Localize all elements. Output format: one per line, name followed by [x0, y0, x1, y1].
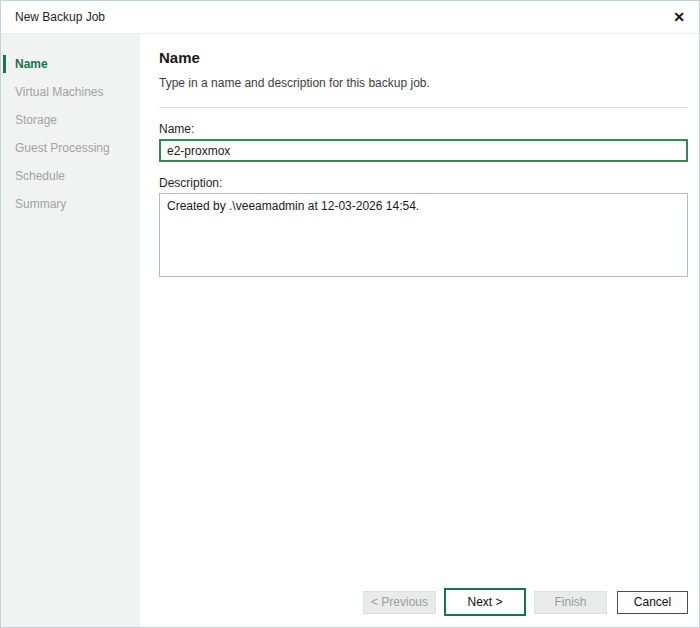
sidebar-item-virtual-machines[interactable]: Virtual Machines: [1, 78, 140, 106]
sidebar-item-storage[interactable]: Storage: [1, 106, 140, 134]
dialog-body: Name Virtual Machines Storage Guest Proc…: [1, 34, 699, 627]
name-field-label: Name:: [159, 122, 688, 136]
finish-button[interactable]: Finish: [534, 591, 607, 614]
close-icon[interactable]: ✕: [673, 10, 685, 24]
sidebar-item-guest-processing[interactable]: Guest Processing: [1, 134, 140, 162]
sidebar-item-summary[interactable]: Summary: [1, 190, 140, 218]
step-content: Name Type in a name and description for …: [140, 34, 699, 627]
title-bar: New Backup Job ✕: [1, 1, 699, 34]
new-backup-job-dialog: New Backup Job ✕ Name Virtual Machines S…: [0, 0, 700, 628]
sidebar-item-name[interactable]: Name: [1, 50, 140, 78]
next-button[interactable]: Next >: [444, 588, 526, 616]
previous-button[interactable]: < Previous: [363, 591, 436, 614]
sidebar-item-label: Guest Processing: [15, 141, 110, 155]
sidebar-item-label: Summary: [15, 197, 66, 211]
sidebar-item-schedule[interactable]: Schedule: [1, 162, 140, 190]
sidebar-item-label: Schedule: [15, 169, 65, 183]
section-divider: [159, 107, 688, 108]
sidebar-item-label: Virtual Machines: [15, 85, 104, 99]
sidebar-item-label: Name: [15, 57, 48, 71]
job-description-textarea[interactable]: Created by .\veeamadmin at 12-03-2026 14…: [159, 193, 688, 277]
job-name-input[interactable]: [159, 139, 688, 162]
wizard-steps-sidebar: Name Virtual Machines Storage Guest Proc…: [1, 34, 140, 627]
cancel-button[interactable]: Cancel: [617, 591, 688, 614]
description-field-label: Description:: [159, 176, 688, 190]
window-title: New Backup Job: [15, 10, 105, 24]
page-title: Name: [159, 49, 688, 66]
page-subtitle: Type in a name and description for this …: [159, 76, 688, 90]
wizard-footer: < Previous Next > Finish Cancel: [159, 588, 688, 616]
sidebar-item-label: Storage: [15, 113, 57, 127]
content-spacer: [159, 277, 688, 588]
active-step-indicator: [3, 55, 6, 73]
